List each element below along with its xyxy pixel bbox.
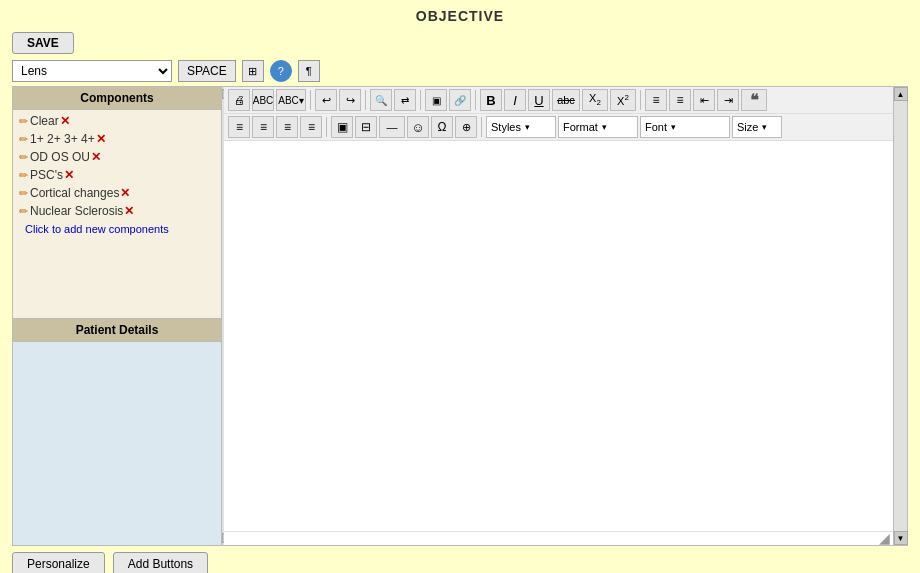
align-center-button[interactable]: ≡: [252, 116, 274, 138]
strikethrough-button[interactable]: abc: [552, 89, 580, 111]
patient-details-area: [13, 342, 221, 546]
lens-dropdown[interactable]: Lens: [12, 60, 172, 82]
help-button[interactable]: ?: [270, 60, 292, 82]
pencil-icon: ✏: [19, 169, 28, 182]
remove-icon[interactable]: ✕: [120, 186, 130, 200]
editor-footer: ◢: [224, 531, 893, 545]
indent-icon: ⇥: [724, 94, 733, 107]
scroll-down-button[interactable]: ▼: [894, 531, 908, 545]
indent-button[interactable]: ⇥: [717, 89, 739, 111]
editor-panel: 🖨 ABC ABC▾ ↩ ↪ 🔍: [224, 86, 894, 546]
unordered-list-button[interactable]: ≡: [669, 89, 691, 111]
hr-icon: —: [387, 121, 398, 133]
pencil-icon: ✏: [19, 115, 28, 128]
format-dropdown-arrow: ▾: [602, 122, 607, 132]
components-header: Components: [13, 87, 221, 110]
styles-dropdown[interactable]: Styles ▾: [486, 116, 556, 138]
underline-icon: U: [534, 93, 543, 108]
subscript-icon: X2: [589, 92, 601, 107]
ordered-list-button[interactable]: ≡: [645, 89, 667, 111]
hr-button[interactable]: —: [379, 116, 405, 138]
outdent-button[interactable]: ⇤: [693, 89, 715, 111]
resize-handle[interactable]: ◢: [879, 531, 891, 543]
main-content: Components ✏ Clear ✕ ✏ 1+ 2+ 3+ 4+ ✕ ✏ O…: [12, 86, 908, 546]
size-label: Size: [737, 121, 758, 133]
superscript-button[interactable]: X2: [610, 89, 636, 111]
insert-image-button[interactable]: ▣: [331, 116, 353, 138]
save-button[interactable]: SAVE: [12, 32, 74, 54]
outdent-icon: ⇤: [700, 94, 709, 107]
separator: [481, 117, 482, 137]
format-label: Format: [563, 121, 598, 133]
spellcheck-button[interactable]: ABC: [252, 89, 274, 111]
add-buttons-button[interactable]: Add Buttons: [113, 552, 208, 573]
insert-table-button[interactable]: ⊟: [355, 116, 377, 138]
redo-button[interactable]: ↪: [339, 89, 361, 111]
find-button[interactable]: 🔍: [370, 89, 392, 111]
patient-details-header: Patient Details: [13, 318, 221, 342]
format-dropdown[interactable]: Format ▾: [558, 116, 638, 138]
remove-icon[interactable]: ✕: [91, 150, 101, 164]
print-button[interactable]: 🖨: [228, 89, 250, 111]
editor-content[interactable]: [224, 141, 893, 531]
strikethrough-icon: abc: [557, 94, 575, 106]
styles-label: Styles: [491, 121, 521, 133]
list-item[interactable]: ✏ Clear ✕: [13, 112, 221, 130]
separator: [310, 90, 311, 110]
italic-icon: I: [513, 93, 517, 108]
size-dropdown-arrow: ▾: [762, 122, 767, 132]
plus-box-icon: ⊞: [248, 65, 257, 78]
subscript-button[interactable]: X2: [582, 89, 608, 111]
item-label: Cortical changes: [30, 186, 119, 200]
undo-button[interactable]: ↩: [315, 89, 337, 111]
bold-icon: B: [486, 93, 495, 108]
add-components-link[interactable]: Click to add new components: [19, 220, 175, 238]
spellcheck-dropdown-button[interactable]: ABC▾: [276, 89, 306, 111]
italic-button[interactable]: I: [504, 89, 526, 111]
pilcrow-button[interactable]: ¶: [298, 60, 320, 82]
list-item[interactable]: ✏ 1+ 2+ 3+ 4+ ✕: [13, 130, 221, 148]
smiley-icon: ☺: [411, 120, 424, 135]
image-button[interactable]: ▣: [425, 89, 447, 111]
align-right-button[interactable]: ≡: [276, 116, 298, 138]
list-item[interactable]: ✏ OD OS OU ✕: [13, 148, 221, 166]
special-chars-button[interactable]: Ω: [431, 116, 453, 138]
list-item[interactable]: ✏ Cortical changes ✕: [13, 184, 221, 202]
separator: [420, 90, 421, 110]
replace-button[interactable]: ⇄: [394, 89, 416, 111]
font-dropdown-arrow: ▾: [671, 122, 676, 132]
superscript-icon: X2: [617, 93, 629, 107]
page-title: OBJECTIVE: [0, 0, 920, 28]
bottom-buttons: Personalize Add Buttons: [12, 552, 908, 573]
bold-button[interactable]: B: [480, 89, 502, 111]
scroll-up-button[interactable]: ▲: [894, 87, 908, 101]
list-item[interactable]: ✏ Nuclear Sclerosis ✕: [13, 202, 221, 220]
underline-button[interactable]: U: [528, 89, 550, 111]
font-dropdown[interactable]: Font ▾: [640, 116, 730, 138]
smiley-button[interactable]: ☺: [407, 116, 429, 138]
size-dropdown[interactable]: Size ▾: [732, 116, 782, 138]
space-button[interactable]: SPACE: [178, 60, 236, 82]
remove-icon[interactable]: ✕: [124, 204, 134, 218]
remove-icon[interactable]: ✕: [96, 132, 106, 146]
remove-icon[interactable]: ✕: [64, 168, 74, 182]
link-button[interactable]: 🔗: [449, 89, 471, 111]
personalize-button[interactable]: Personalize: [12, 552, 105, 573]
remove-icon[interactable]: ✕: [60, 114, 70, 128]
help-icon: ?: [278, 65, 284, 77]
dropdown-row: Lens SPACE ⊞ ? ¶: [12, 60, 908, 82]
justify-button[interactable]: ≡: [300, 116, 322, 138]
insert-special-button[interactable]: ⊕: [455, 116, 477, 138]
omega-icon: Ω: [438, 120, 447, 134]
align-left-button[interactable]: ≡: [228, 116, 250, 138]
redo-icon: ↪: [346, 94, 355, 107]
list-item[interactable]: ✏ PSC's ✕: [13, 166, 221, 184]
components-list: ✏ Clear ✕ ✏ 1+ 2+ 3+ 4+ ✕ ✏ OD OS OU ✕ ✏…: [13, 110, 221, 318]
align-center-icon: ≡: [260, 120, 266, 134]
undo-icon: ↩: [322, 94, 331, 107]
separator: [326, 117, 327, 137]
pencil-icon: ✏: [19, 133, 28, 146]
right-scrollbar[interactable]: ▲ ▼: [894, 86, 908, 546]
blockquote-button[interactable]: ❝: [741, 89, 767, 111]
add-box-button[interactable]: ⊞: [242, 60, 264, 82]
